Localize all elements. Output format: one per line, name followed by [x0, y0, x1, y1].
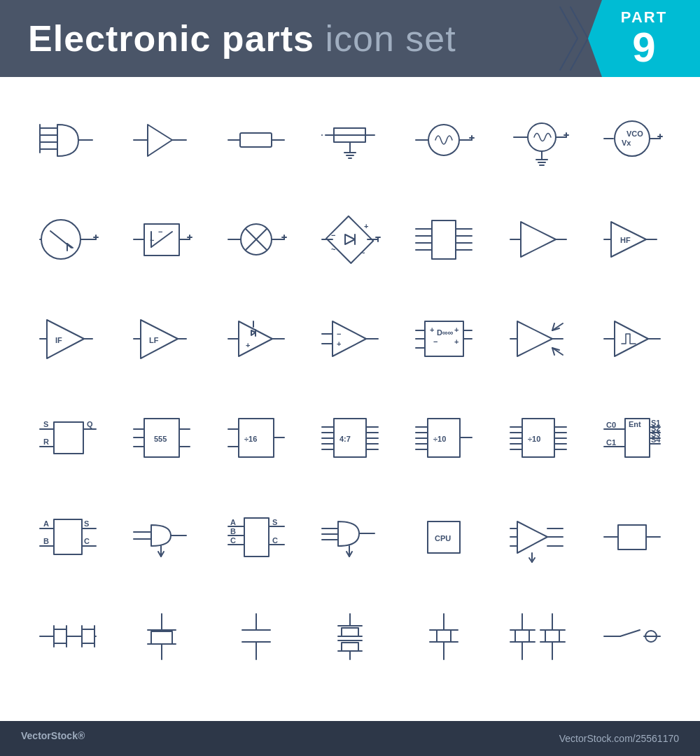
icon-divider-10b: ÷10 — [491, 388, 584, 488]
main-content: VCO Vx — [0, 77, 700, 721]
svg-text:B: B — [43, 537, 49, 545]
icon-encoder: Ent C0 C1 S1 S2 S3 S4 — [585, 388, 679, 488]
icon-lamp — [209, 190, 303, 290]
svg-marker-83 — [521, 222, 556, 257]
subtitle-text: icon set — [325, 18, 456, 59]
svg-text:Ent: Ent — [629, 420, 641, 428]
svg-marker-234 — [517, 522, 547, 553]
svg-text:555: 555 — [154, 435, 167, 443]
icon-mux-abc-sc: A B C S C — [209, 488, 303, 587]
icon-hf-amplifier: HF — [585, 190, 679, 290]
svg-text:S: S — [272, 518, 277, 526]
brand-text: VectorStock — [21, 730, 78, 741]
svg-rect-270 — [342, 643, 358, 651]
icon-capacitor-box — [585, 488, 679, 587]
svg-text:R: R — [43, 438, 49, 446]
icon-inverter-box: ~ − — [115, 190, 209, 290]
svg-text:A: A — [230, 518, 236, 526]
icon-divider-16: ÷16 — [209, 388, 303, 488]
svg-text:~: ~ — [360, 248, 365, 257]
icon-capacitor-polar — [115, 587, 209, 686]
svg-marker-131 — [615, 321, 648, 356]
icon-if-amplifier: IF — [21, 289, 115, 388]
icon-grid: VCO Vx — [21, 91, 679, 686]
svg-text:+: + — [364, 222, 368, 230]
icon-switch — [585, 587, 679, 686]
icon-buffer-3out — [491, 488, 584, 587]
svg-line-44 — [50, 231, 71, 248]
icon-component-ground — [303, 91, 397, 190]
icon-and-gate-3-arrow — [303, 488, 397, 587]
svg-marker-98 — [239, 321, 272, 356]
svg-text:VCO: VCO — [626, 130, 643, 138]
svg-text:−: − — [337, 330, 341, 338]
icon-gyrator — [21, 190, 115, 290]
svg-marker-105 — [332, 321, 366, 356]
svg-text:C: C — [230, 536, 236, 545]
svg-text:+: + — [454, 326, 458, 334]
icon-multiplier — [491, 289, 584, 388]
icon-sr-latch: S R Q — [21, 388, 115, 488]
svg-rect-258 — [151, 631, 172, 644]
icon-capacitor-v — [209, 587, 303, 686]
icon-cpu: CPU — [397, 488, 491, 587]
svg-text:S4: S4 — [651, 435, 661, 444]
svg-text:÷10: ÷10 — [528, 435, 540, 443]
svg-rect-74 — [432, 220, 456, 259]
svg-text:Vx: Vx — [622, 139, 631, 147]
svg-marker-94 — [141, 320, 178, 358]
icon-ac-source-ground — [491, 91, 584, 190]
svg-text:C1: C1 — [606, 438, 616, 447]
svg-text:C0: C0 — [606, 421, 616, 429]
svg-text:S: S — [84, 519, 89, 528]
svg-text:+: + — [430, 326, 434, 334]
svg-text:~: ~ — [331, 245, 336, 253]
svg-text:−: − — [433, 337, 438, 346]
icon-inverting-amp: + — [209, 289, 303, 388]
icon-amplifier — [491, 190, 584, 290]
icon-mux-as-bc: A B S C — [21, 488, 115, 587]
svg-text:+: + — [246, 341, 250, 349]
chevron-decoration — [553, 0, 588, 77]
svg-text:LF: LF — [149, 336, 159, 344]
svg-marker-90 — [47, 320, 84, 358]
svg-rect-9 — [240, 133, 272, 147]
icon-555-timer: 555 — [115, 388, 209, 488]
svg-rect-244 — [618, 525, 646, 550]
svg-text:4:7: 4:7 — [340, 435, 351, 443]
icon-ic-chip — [397, 190, 491, 290]
icon-non-inverting-amp: − + — [303, 289, 397, 388]
svg-text:S: S — [43, 420, 48, 428]
svg-text:÷10: ÷10 — [433, 435, 446, 443]
svg-text:CPU: CPU — [435, 534, 451, 542]
icon-crystal-h — [21, 587, 115, 686]
svg-text:Q: Q — [87, 420, 93, 428]
icon-lf-amplifier: LF — [115, 289, 209, 388]
header-title: Electronic parts icon set — [28, 18, 456, 59]
svg-text:D∞∞: D∞∞ — [437, 328, 454, 337]
svg-marker-122 — [517, 321, 552, 356]
svg-text:+: + — [337, 340, 341, 348]
svg-rect-134 — [54, 422, 83, 454]
svg-point-33 — [615, 121, 650, 156]
svg-rect-214 — [244, 518, 269, 556]
svg-text:+: + — [454, 337, 458, 346]
title-text: Electronic parts — [28, 18, 314, 59]
svg-text:−: − — [158, 227, 162, 236]
icon-diode-diamond: − + ~ ~ — [303, 190, 397, 290]
svg-text:C: C — [272, 536, 278, 545]
icon-buffer — [115, 91, 209, 190]
svg-rect-249 — [54, 629, 66, 643]
part-badge: PART 9 — [588, 0, 700, 77]
svg-text:C: C — [84, 537, 90, 545]
header: Electronic parts icon set PART 9 — [0, 0, 700, 77]
svg-text:÷16: ÷16 — [244, 435, 257, 443]
svg-point-18 — [428, 125, 459, 155]
svg-text:HF: HF — [620, 236, 631, 244]
svg-text:~: ~ — [150, 236, 155, 244]
icon-fuse — [209, 91, 303, 190]
icon-dual-capacitor — [491, 587, 584, 686]
icon-divider-10a: ÷10 — [397, 388, 491, 488]
svg-text:B: B — [230, 527, 236, 536]
svg-marker-64 — [345, 234, 355, 244]
